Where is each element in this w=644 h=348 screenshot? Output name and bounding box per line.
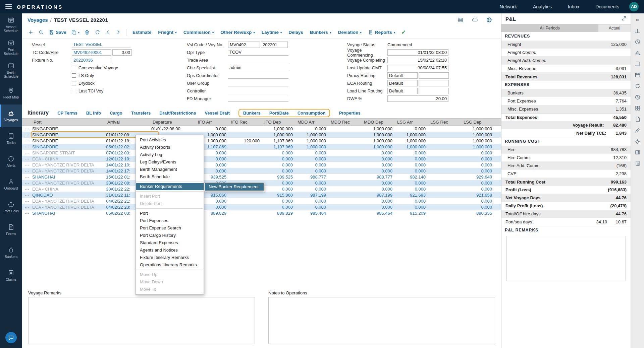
- breadcrumb-section[interactable]: Voyages: [28, 17, 48, 23]
- itinerary-row[interactable]: •••SINGAPORE01/01/22 18:1,000.000120.000…: [22, 138, 501, 144]
- cloud-icon[interactable]: [472, 17, 478, 23]
- validate-check-icon[interactable]: ✓: [401, 29, 406, 36]
- itinerary-row[interactable]: •••SINGAPORE05/01/22 02:1,107.8691,107.8…: [22, 144, 501, 150]
- load-line-routing-field[interactable]: Default: [387, 88, 418, 94]
- collapse-panel-icon[interactable]: «: [633, 15, 642, 24]
- grid-icon[interactable]: [633, 104, 642, 113]
- fixture-no-field[interactable]: 20220036: [72, 57, 111, 63]
- voyage-completing-field[interactable]: 15/02/22 02:18: [387, 57, 448, 63]
- row-handle-icon[interactable]: •••: [22, 157, 32, 160]
- row-handle-icon[interactable]: •••: [22, 212, 32, 215]
- col-header-port[interactable]: Port: [32, 120, 106, 125]
- globe-icon[interactable]: [486, 17, 492, 23]
- menu-item-port-activities[interactable]: Port Activities: [136, 136, 204, 144]
- sync-icon[interactable]: [633, 82, 642, 90]
- menu-item-berth-management[interactable]: Berth Management: [136, 166, 204, 173]
- menu-item-activity-log[interactable]: Activity Log: [136, 151, 204, 158]
- refresh-button[interactable]: [92, 28, 103, 37]
- tc-code-field[interactable]: MV0492-I0001: [72, 49, 111, 56]
- itinerary-row[interactable]: •••ECA - YANGTZE RIVER DELTA14/01/22 17:…: [22, 168, 501, 174]
- tab-draft-restrictions[interactable]: Draft/Restrictions: [159, 111, 196, 116]
- topbar-link-network[interactable]: Network: [492, 4, 525, 9]
- add-button[interactable]: [25, 28, 36, 37]
- row-handle-icon[interactable]: •••: [22, 169, 32, 172]
- other-rev-exp-button[interactable]: Other Rev/Exp▾: [217, 28, 258, 36]
- menu-item-operations-itinerary-remarks[interactable]: Operations Itinerary Remarks: [136, 261, 204, 269]
- back-button[interactable]: [103, 28, 113, 37]
- calculator-icon[interactable]: [633, 159, 642, 168]
- col-header-ifo-dep[interactable]: IFO Dep: [263, 120, 296, 125]
- sidebar-item-alerts[interactable]: Alerts: [0, 150, 22, 173]
- tab-vessel-draft[interactable]: Vessel Draft: [205, 111, 229, 116]
- itinerary-row[interactable]: •••SHANGHAI15/01/22 01:939.525939.525988…: [22, 174, 501, 180]
- sidebar-item-voyages[interactable]: Voyages: [0, 105, 22, 127]
- laytime-button[interactable]: Laytime▾: [258, 28, 285, 36]
- tab-transfers[interactable]: Transfers: [131, 111, 151, 116]
- delays-button[interactable]: Delays: [285, 28, 307, 36]
- document-icon[interactable]: [633, 115, 642, 124]
- itinerary-row[interactable]: •••SHANGHAI05/02/22 03:889.829889.829985…: [22, 210, 501, 216]
- topbar-link-inbox[interactable]: Inbox: [560, 4, 587, 9]
- itinerary-row[interactable]: •••SINGAPORE01/01/22 08:000.0001,000.000…: [22, 126, 501, 132]
- chat-button[interactable]: [5, 332, 17, 343]
- checkbox-last-tci-voy[interactable]: Last TCI Voy: [72, 88, 103, 93]
- itinerary-row[interactable]: •••ECA - CHINA12/01/22 19:0.0000.0000.00…: [22, 156, 501, 162]
- sidebar-item-bunkers[interactable]: Bunkers: [0, 241, 22, 264]
- row-handle-icon[interactable]: •••: [22, 194, 32, 197]
- table-grid-icon[interactable]: [633, 148, 642, 157]
- eca-routing-field[interactable]: Default: [387, 80, 418, 86]
- user-group-field[interactable]: [228, 80, 288, 86]
- sidebar-item-berth-schedule[interactable]: Berth Schedule: [0, 59, 22, 82]
- submenu-item-new-bunker-requirement[interactable]: New Bunker Requirement: [205, 183, 264, 191]
- fd-manager-field[interactable]: [228, 95, 288, 102]
- tab-consumption[interactable]: Consumption: [298, 111, 326, 116]
- checkbox-consecutive-voyage[interactable]: Consecutive Voyage: [72, 65, 118, 70]
- menu-item-port-cargo-history[interactable]: Port Cargo History: [136, 232, 204, 239]
- menu-item-port-expense-search[interactable]: Port Expense Search: [136, 224, 204, 232]
- sidebar-item-port-calls[interactable]: Port Calls: [0, 196, 22, 218]
- ops-coordinator-field[interactable]: [228, 72, 288, 79]
- expand-icon[interactable]: [621, 16, 627, 22]
- menu-item-standard-expenses[interactable]: Standard Expenses: [136, 239, 204, 247]
- chtr-specialist-field[interactable]: admin: [228, 65, 288, 71]
- menu-item-berth-schedule[interactable]: Berth Schedule: [136, 173, 204, 181]
- itinerary-row[interactable]: •••SINGAPORE STRAIT07/01/22 03:0.0000.00…: [22, 150, 501, 156]
- controller-field[interactable]: [228, 88, 288, 94]
- itinerary-row[interactable]: •••QINGDAO31/01/22 11:915.860915.860987.…: [22, 192, 501, 198]
- col-header-lsg-rec[interactable]: LSG Rec: [429, 120, 462, 125]
- voyage-commencing-field[interactable]: 01/01/22 08:00: [387, 49, 448, 56]
- bunkers-button[interactable]: Bunkers▾: [307, 28, 335, 36]
- col-header-lsg-dep[interactable]: LSG Dep: [462, 120, 495, 125]
- checkbox-drydock[interactable]: Drydock: [72, 81, 95, 86]
- piracy-routing-field[interactable]: Default: [387, 72, 418, 79]
- pie-chart-icon[interactable]: [633, 93, 642, 101]
- sidebar-item-onboard[interactable]: Onboard: [0, 173, 22, 196]
- vsl-code-voy-no-field-2[interactable]: 202201: [261, 42, 288, 48]
- col-header-arrival[interactable]: Arrival: [106, 120, 151, 125]
- notes-to-operations-input[interactable]: [268, 297, 495, 344]
- menu-item-bunker-requirements[interactable]: Bunker Requirements: [136, 183, 204, 190]
- tab-cargo[interactable]: Cargo: [110, 111, 122, 116]
- row-handle-icon[interactable]: •••: [22, 206, 32, 209]
- row-handle-icon[interactable]: •••: [22, 176, 32, 179]
- row-handle-icon[interactable]: •••: [22, 127, 32, 130]
- piracy-routing-field-2[interactable]: [419, 72, 449, 79]
- pnl-tab-all-periods[interactable]: All Periods: [501, 24, 598, 32]
- tab-properties[interactable]: Properties: [339, 111, 360, 116]
- col-header-ifo-arr[interactable]: IFO Arr: [197, 120, 230, 125]
- eca-routing-field-2[interactable]: [419, 80, 449, 86]
- menu-item-port-expenses[interactable]: Port Expenses: [136, 217, 204, 224]
- table-grid-icon[interactable]: [457, 17, 464, 23]
- menu-item-activity-reports[interactable]: Activity Reports: [136, 144, 204, 151]
- checkbox-ls-only[interactable]: LS Only: [72, 73, 94, 78]
- menu-item-port[interactable]: Port: [136, 210, 204, 217]
- tab-itinerary[interactable]: Itinerary: [28, 110, 49, 116]
- clock-icon[interactable]: [633, 38, 642, 46]
- load-line-routing-field-2[interactable]: [419, 88, 449, 94]
- topbar-link-analytics[interactable]: Analytics: [525, 4, 560, 9]
- tab-bunkers[interactable]: Bunkers: [243, 111, 261, 116]
- sidebar-item-port-schedule[interactable]: Port Schedule: [0, 36, 22, 59]
- deviation-button[interactable]: Deviation▾: [334, 28, 365, 36]
- vessel-field[interactable]: TEST VESSEL: [72, 42, 130, 48]
- topbar-link-documents[interactable]: Documents: [587, 4, 627, 9]
